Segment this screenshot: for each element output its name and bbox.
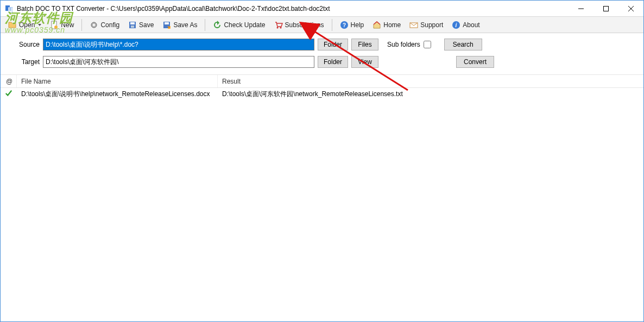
subscriptions-button[interactable]: Subscriptions: [270, 18, 328, 31]
source-input[interactable]: [43, 39, 314, 50]
title-bar: Batch DOC TO TXT Converter - C:\Users\pc…: [1, 1, 643, 17]
maximize-button[interactable]: [594, 1, 618, 16]
new-label: New: [61, 21, 74, 29]
source-files-button[interactable]: Files: [351, 39, 378, 50]
chevron-down-icon: [38, 24, 41, 26]
svg-point-7: [93, 24, 95, 26]
result-list: D:\tools\桌面\说明书\help\network_RemoteRelea…: [1, 88, 643, 321]
home-label: Home: [383, 21, 401, 29]
status-cell: [1, 90, 17, 99]
save-as-icon: [162, 21, 171, 29]
support-button[interactable]: Support: [406, 18, 447, 31]
toolbar: Open New Config Save Save As: [1, 17, 643, 33]
column-result[interactable]: Result: [218, 75, 643, 87]
help-label: Help: [351, 21, 364, 29]
new-button[interactable]: New: [46, 18, 78, 31]
subfolders-label: Sub folders: [387, 41, 420, 48]
toolbar-separator: [81, 19, 82, 31]
svg-point-5: [54, 26, 58, 29]
svg-text:i: i: [456, 22, 457, 28]
file-cell: D:\tools\桌面\说明书\help\network_RemoteRelea…: [17, 90, 218, 99]
support-label: Support: [420, 21, 443, 29]
close-button[interactable]: [618, 1, 643, 16]
open-label: Open: [19, 21, 35, 29]
target-label: Target: [11, 58, 40, 66]
checkmark-icon: [5, 90, 12, 99]
source-folder-button[interactable]: Folder: [318, 39, 348, 50]
svg-rect-3: [604, 6, 609, 11]
save-as-label: Save As: [173, 21, 197, 29]
gear-icon: [90, 21, 98, 29]
svg-text:?: ?: [342, 22, 345, 28]
config-button[interactable]: Config: [86, 18, 123, 31]
target-input[interactable]: [43, 56, 314, 68]
check-update-label: Check Update: [224, 21, 265, 29]
refresh-icon: [213, 21, 222, 29]
list-header: @ File Name Result: [1, 75, 643, 88]
new-doc-icon: [50, 21, 59, 29]
target-view-button[interactable]: View: [351, 56, 378, 68]
cart-icon: [274, 21, 283, 29]
result-cell: D:\tools\桌面\河东软件园\network_RemoteReleaseL…: [218, 90, 643, 99]
subfolders-checkbox[interactable]: [424, 41, 431, 48]
svg-rect-9: [130, 22, 135, 24]
save-label: Save: [139, 21, 154, 29]
svg-point-13: [276, 27, 278, 28]
mail-icon: [409, 21, 418, 29]
toolbar-separator: [205, 19, 205, 31]
home-icon: [372, 21, 381, 29]
toolbar-separator: [332, 19, 332, 31]
save-button[interactable]: Save: [124, 18, 157, 31]
about-button[interactable]: i About: [448, 18, 483, 31]
svg-point-14: [280, 27, 281, 28]
home-button[interactable]: Home: [369, 18, 405, 31]
column-filename[interactable]: File Name: [17, 75, 218, 87]
window-title: Batch DOC TO TXT Converter - C:\Users\pc…: [17, 5, 569, 12]
search-button[interactable]: Search: [444, 39, 482, 50]
app-icon: [5, 4, 14, 13]
check-update-button[interactable]: Check Update: [209, 18, 269, 31]
save-icon: [128, 21, 137, 29]
folder-open-icon: [8, 21, 17, 29]
path-panel: Source Folder Files Sub folders Search T…: [1, 33, 643, 75]
help-icon: ?: [340, 21, 349, 29]
open-button[interactable]: Open: [4, 18, 45, 31]
save-as-button[interactable]: Save As: [159, 18, 201, 31]
subfolders-checkbox-label[interactable]: Sub folders: [387, 41, 431, 48]
column-status[interactable]: @: [1, 75, 17, 87]
list-item[interactable]: D:\tools\桌面\说明书\help\network_RemoteRelea…: [1, 88, 643, 100]
info-icon: i: [452, 21, 460, 29]
target-folder-button[interactable]: Folder: [318, 56, 348, 68]
svg-rect-10: [131, 26, 134, 28]
convert-button[interactable]: Convert: [456, 56, 494, 68]
svg-rect-12: [165, 22, 169, 24]
minimize-button[interactable]: [569, 1, 594, 16]
about-label: About: [463, 21, 479, 29]
subscriptions-label: Subscriptions: [285, 21, 324, 29]
source-label: Source: [11, 41, 40, 48]
help-button[interactable]: ? Help: [336, 18, 368, 31]
config-label: Config: [100, 21, 119, 29]
